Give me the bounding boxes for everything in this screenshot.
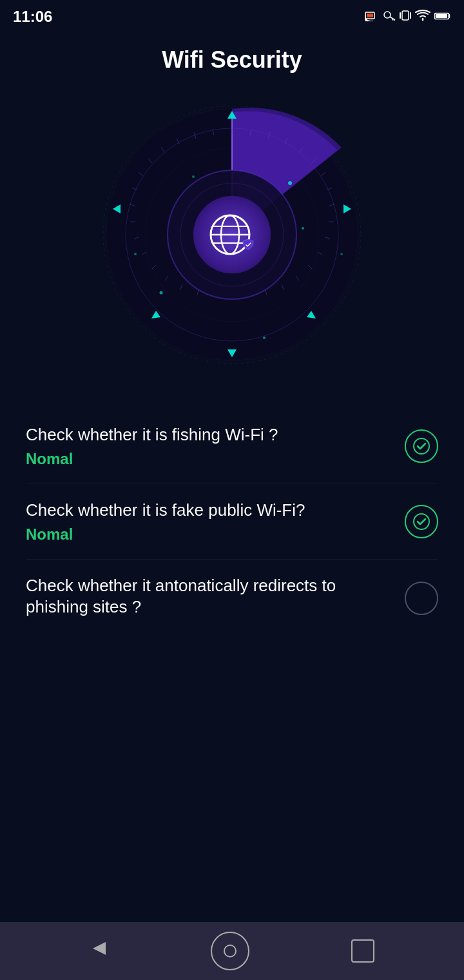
svg-rect-10 <box>436 14 447 18</box>
check-status-1: Nomal <box>26 450 392 468</box>
svg-point-64 <box>340 253 343 255</box>
check-question-1: Check whether it is fishing Wi-Fi ? <box>26 424 392 446</box>
check-text-2: Check whether it is fake public Wi-Fi? N… <box>26 500 405 544</box>
nav-bar <box>0 922 464 980</box>
status-bar: 11:06 <box>0 0 464 34</box>
svg-point-76 <box>414 438 429 454</box>
nav-home-button[interactable] <box>211 932 249 970</box>
svg-point-61 <box>302 227 304 230</box>
svg-point-62 <box>160 291 163 295</box>
radar-section <box>0 80 464 396</box>
radar-center <box>193 196 271 273</box>
status-time: 11:06 <box>13 8 52 26</box>
wifi-icon <box>415 10 430 24</box>
svg-point-60 <box>288 181 292 185</box>
check-text-3: Check whether it antonatically redirects… <box>26 575 405 623</box>
check-item-3: Check whether it antonatically redirects… <box>26 560 438 638</box>
checklist: Check whether it is fishing Wi-Fi ? Noma… <box>0 396 464 922</box>
svg-point-2 <box>384 12 391 18</box>
check-ok-icon-1 <box>405 429 438 463</box>
check-text-1: Check whether it is fishing Wi-Fi ? Noma… <box>26 424 405 468</box>
svg-rect-1 <box>367 14 373 17</box>
check-question-2: Check whether it is fake public Wi-Fi? <box>26 500 392 522</box>
check-status-2: Nomal <box>26 525 392 544</box>
status-icons <box>365 9 451 25</box>
page-title: Wifi Security <box>0 46 464 74</box>
svg-rect-6 <box>402 11 409 20</box>
svg-point-63 <box>192 175 195 178</box>
radar-visual <box>97 99 367 370</box>
check-question-3: Check whether it antonatically redirects… <box>26 575 392 619</box>
battery-icon <box>434 10 451 24</box>
check-pending-icon-3 <box>405 582 438 615</box>
svg-marker-78 <box>93 942 106 955</box>
check-item-1: Check whether it is fishing Wi-Fi ? Noma… <box>26 409 438 484</box>
header: Wifi Security <box>0 34 464 80</box>
svg-point-66 <box>263 337 266 339</box>
check-ok-icon-2 <box>405 505 438 538</box>
svg-point-65 <box>134 253 137 255</box>
cast-icon <box>365 10 379 24</box>
globe-icon <box>203 206 261 264</box>
vibrate-icon <box>400 9 411 25</box>
key-icon <box>383 10 396 24</box>
check-item-2: Check whether it is fake public Wi-Fi? N… <box>26 484 438 560</box>
nav-back-button[interactable] <box>90 939 109 963</box>
svg-point-77 <box>414 514 429 529</box>
nav-recent-button[interactable] <box>351 939 374 963</box>
